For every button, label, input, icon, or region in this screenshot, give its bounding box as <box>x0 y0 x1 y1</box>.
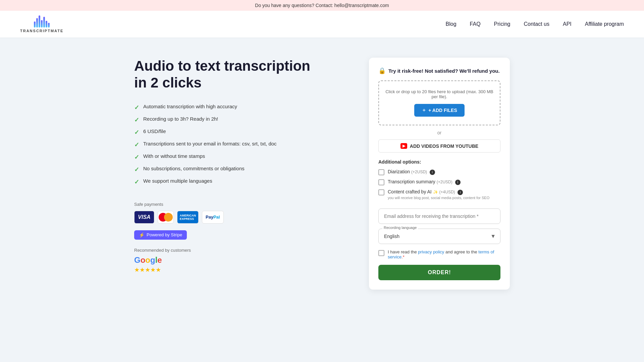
google-stars: ★★★★★ <box>134 266 349 274</box>
summary-label: Transcription summary (+2USD) i <box>388 179 461 184</box>
ai-star-icon: ✨ <box>433 190 438 194</box>
list-item: ✓With or without time stamps <box>134 153 349 161</box>
form-card: 🔒 Try it risk-free! Not satisfied? We'll… <box>369 58 510 290</box>
option-summary: Transcription summary (+2USD) i <box>378 179 500 185</box>
banner-text: Do you have any questions? Contact: hell… <box>255 3 389 8</box>
ai-content-sublabel: you will receive blog post, social media… <box>388 196 489 200</box>
nav-item-pricing[interactable]: Pricing <box>494 21 511 27</box>
visa-badge: VISA <box>134 211 154 224</box>
amex-badge: AMERICANEXPRESS <box>177 211 199 224</box>
order-button[interactable]: ORDER! <box>378 265 500 280</box>
youtube-icon: ▶ <box>400 143 407 149</box>
stripe-badge: ⚡ Powered by Stripe <box>134 230 187 240</box>
safe-payments-label: Safe payments <box>134 202 349 207</box>
logo-icon <box>34 15 50 27</box>
list-item: ✓Automatic transcription with high accur… <box>134 104 349 111</box>
summary-checkbox[interactable] <box>378 179 384 185</box>
option-diarization: Diarization (+2USD) i <box>378 169 500 175</box>
stripe-lightning-icon: ⚡ <box>139 232 145 238</box>
main-container: Audio to text transcription in 2 clicks … <box>121 38 523 310</box>
check-icon: ✓ <box>134 141 139 148</box>
ai-content-info-icon[interactable]: i <box>458 190 463 195</box>
language-select[interactable]: English Spanish French German Italian Po… <box>378 229 500 244</box>
mastercard-badge <box>158 211 174 224</box>
upload-zone[interactable]: Click or drop up to 20 files here to upl… <box>378 80 500 125</box>
right-section: 🔒 Try it risk-free! Not satisfied? We'll… <box>369 58 510 290</box>
nav-item-affiliate[interactable]: Affiliate program <box>585 21 624 27</box>
language-label: Recording language <box>382 226 418 230</box>
risk-free-banner: 🔒 Try it risk-free! Not satisfied? We'll… <box>378 67 500 74</box>
left-section: Audio to text transcription in 2 clicks … <box>134 58 349 274</box>
list-item: ✓Recording up to 3h? Ready in 2h! <box>134 116 349 124</box>
check-icon: ✓ <box>134 166 139 173</box>
terms-checkbox[interactable] <box>378 250 384 256</box>
check-icon: ✓ <box>134 104 139 111</box>
nav-item-faq[interactable]: FAQ <box>470 21 481 27</box>
list-item: ✓No subscriptions, commitments or obliga… <box>134 166 349 173</box>
terms-row: I have read the privacy policy and agree… <box>378 249 500 259</box>
nav-item-blog[interactable]: Blog <box>446 21 457 27</box>
terms-text: I have read the privacy policy and agree… <box>388 249 500 259</box>
list-item: ✓6 USD/file <box>134 128 349 136</box>
ai-content-checkbox[interactable] <box>378 189 384 195</box>
ai-content-label: Content crafted by AI ✨ (+4USD) i <box>388 189 463 194</box>
logo[interactable]: TRANSCRIPTMATE <box>20 15 63 33</box>
check-icon: ✓ <box>134 116 139 124</box>
google-logo: Google <box>134 255 349 265</box>
check-icon: ✓ <box>134 154 139 161</box>
check-icon: ✓ <box>134 129 139 136</box>
diarization-label: Diarization (+2USD) i <box>388 169 435 174</box>
nav-links: Blog FAQ Pricing Contact us API Affiliat… <box>446 21 624 27</box>
recommended-label: Recommended by customers <box>134 248 349 253</box>
top-banner: Do you have any questions? Contact: hell… <box>0 0 644 11</box>
nav-item-api[interactable]: API <box>563 21 572 27</box>
option-ai-content: Content crafted by AI ✨ (+4USD) i you wi… <box>378 189 500 200</box>
diarization-checkbox[interactable] <box>378 169 384 175</box>
or-separator: or <box>378 130 500 135</box>
diarization-info-icon[interactable]: i <box>430 170 435 175</box>
plus-icon: ＋ <box>422 107 426 113</box>
logo-text: TRANSCRIPTMATE <box>20 29 63 33</box>
navigation: TRANSCRIPTMATE Blog FAQ Pricing Contact … <box>0 11 644 38</box>
hero-title: Audio to text transcription in 2 clicks <box>134 58 349 92</box>
add-files-button[interactable]: ＋ + ADD FILES <box>414 104 464 117</box>
email-input[interactable] <box>378 208 500 224</box>
nav-item-contact[interactable]: Contact us <box>524 21 549 27</box>
upload-hint: Click or drop up to 20 files here to upl… <box>384 89 494 99</box>
summary-info-icon[interactable]: i <box>455 180 461 185</box>
list-item: ✓We support multiple languages <box>134 178 349 186</box>
additional-options-label: Additional options: <box>378 159 500 165</box>
features-list: ✓Automatic transcription with high accur… <box>134 104 349 186</box>
check-icon: ✓ <box>134 178 139 186</box>
lock-icon: 🔒 <box>378 67 386 74</box>
privacy-policy-link[interactable]: privacy policy <box>418 249 444 254</box>
add-youtube-button[interactable]: ▶ ADD VIDEOS FROM YOUTUBE <box>378 139 500 153</box>
list-item: ✓Transcriptions sent to your email in fo… <box>134 141 349 148</box>
language-dropdown-wrapper: Recording language English Spanish Frenc… <box>378 229 500 244</box>
payment-methods: VISA AMERICANEXPRESS PayPal <box>134 211 349 224</box>
paypal-badge: PayPal <box>202 211 224 224</box>
